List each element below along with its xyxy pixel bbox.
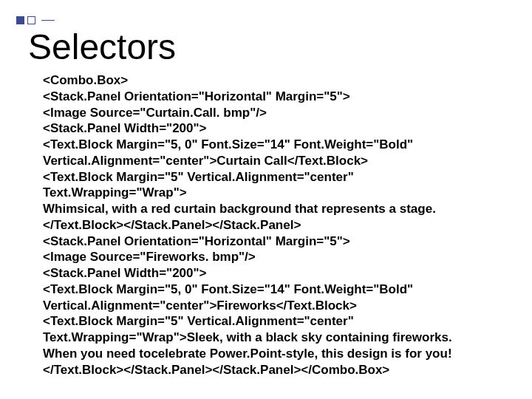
code-line: <Stack.Panel Width="200">	[43, 265, 453, 282]
dash-icon	[41, 20, 55, 21]
code-line: <Image Source="Fireworks. bmp"/>	[43, 249, 453, 265]
code-line: <Combo.Box>	[43, 72, 453, 89]
code-line: <Text.Block Margin="5" Vertical.Alignmen…	[43, 169, 453, 202]
code-line: Whimsical, with a red curtain background…	[43, 201, 453, 217]
code-line: <Stack.Panel Width="200">	[43, 120, 453, 137]
square-outline-icon	[27, 16, 35, 24]
decor-squares	[16, 16, 55, 24]
code-line: <Text.Block Margin="5" Vertical.Alignmen…	[43, 313, 453, 361]
square-icon	[16, 16, 24, 24]
code-line: <Text.Block Margin="5, 0" Font.Size="14"…	[43, 137, 453, 169]
code-line: </Text.Block></Stack.Panel></Stack.Panel…	[43, 217, 453, 233]
code-line: <Stack.Panel Orientation="Horizontal" Ma…	[43, 89, 453, 105]
code-line: </Text.Block></Stack.Panel></Stack.Panel…	[43, 362, 453, 378]
code-body: <Combo.Box><Stack.Panel Orientation="Hor…	[43, 72, 453, 378]
slide: Selectors <Combo.Box><Stack.Panel Orient…	[0, 0, 532, 399]
code-line: <Text.Block Margin="5, 0" Font.Size="14"…	[43, 282, 453, 314]
slide-title: Selectors	[28, 30, 176, 65]
code-line: <Image Source="Curtain.Call. bmp"/>	[43, 105, 453, 121]
code-line: <Stack.Panel Orientation="Horizontal" Ma…	[43, 233, 453, 250]
